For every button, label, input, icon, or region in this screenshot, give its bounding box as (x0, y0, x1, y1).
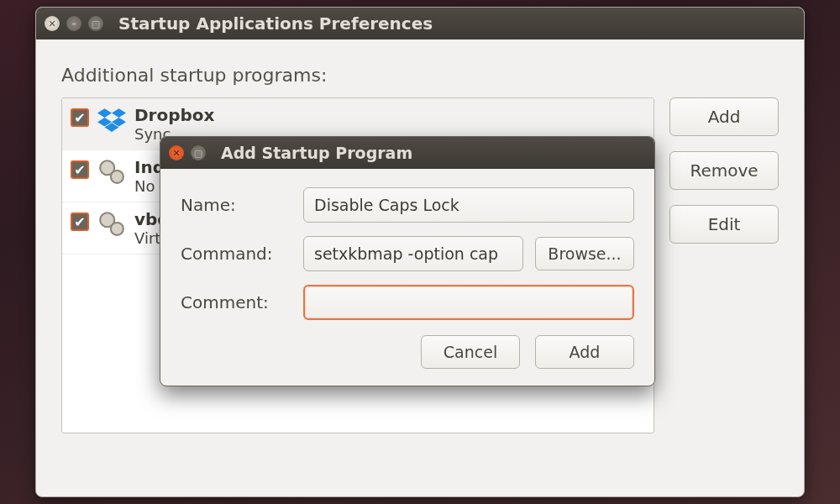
comment-field[interactable] (303, 285, 634, 320)
minimize-icon[interactable]: – (66, 16, 81, 31)
maximize-glyph: ▢ (194, 148, 202, 159)
check-glyph: ✔ (74, 214, 85, 230)
dialog-title: Add Startup Program (221, 144, 412, 162)
prefs-titlebar: ✕ – ▢ Startup Applications Preferences (36, 8, 804, 39)
add-button[interactable]: Add (669, 97, 779, 136)
checkbox[interactable]: ✔ (71, 108, 89, 127)
edit-button[interactable]: Edit (669, 205, 779, 244)
svg-marker-0 (97, 108, 112, 118)
minimize-glyph: – (71, 18, 76, 29)
maximize-icon[interactable]: ▢ (88, 16, 103, 31)
browse-button[interactable]: Browse... (535, 237, 634, 270)
command-field[interactable] (303, 236, 523, 271)
check-glyph: ✔ (74, 162, 85, 178)
close-icon[interactable]: ✕ (169, 145, 184, 160)
svg-point-8 (111, 223, 123, 235)
section-label: Additional startup programs: (61, 65, 779, 86)
checkbox[interactable]: ✔ (71, 213, 89, 231)
gears-icon (97, 209, 126, 238)
command-label: Command: (181, 244, 291, 264)
name-label: Name: (181, 195, 291, 215)
svg-marker-1 (112, 108, 126, 118)
dialog-body: Name: Command: Browse... Comment: (160, 169, 654, 335)
maximize-icon[interactable]: ▢ (191, 145, 206, 160)
dropbox-icon (97, 105, 126, 134)
name-field[interactable] (303, 187, 634, 223)
dialog-titlebar: ✕ ▢ Add Startup Program (160, 137, 654, 169)
prefs-title: Startup Applications Preferences (118, 13, 433, 34)
svg-point-6 (111, 171, 123, 183)
dialog-actions: Cancel Add (160, 335, 654, 386)
checkbox[interactable]: ✔ (71, 160, 89, 179)
close-glyph: ✕ (48, 18, 55, 29)
item-name: Dropbox (134, 105, 214, 125)
add-startup-dialog: ✕ ▢ Add Startup Program Name: Command: B… (160, 136, 655, 386)
gears-icon (97, 157, 126, 186)
close-icon[interactable]: ✕ (45, 16, 60, 31)
remove-button[interactable]: Remove (669, 151, 779, 190)
maximize-glyph: ▢ (92, 18, 100, 29)
cancel-button[interactable]: Cancel (421, 335, 520, 369)
add-confirm-button[interactable]: Add (535, 335, 634, 369)
check-glyph: ✔ (74, 110, 85, 126)
side-buttons: Add Remove Edit (669, 97, 779, 433)
close-glyph: ✕ (172, 148, 180, 159)
comment-label: Comment: (181, 292, 291, 312)
